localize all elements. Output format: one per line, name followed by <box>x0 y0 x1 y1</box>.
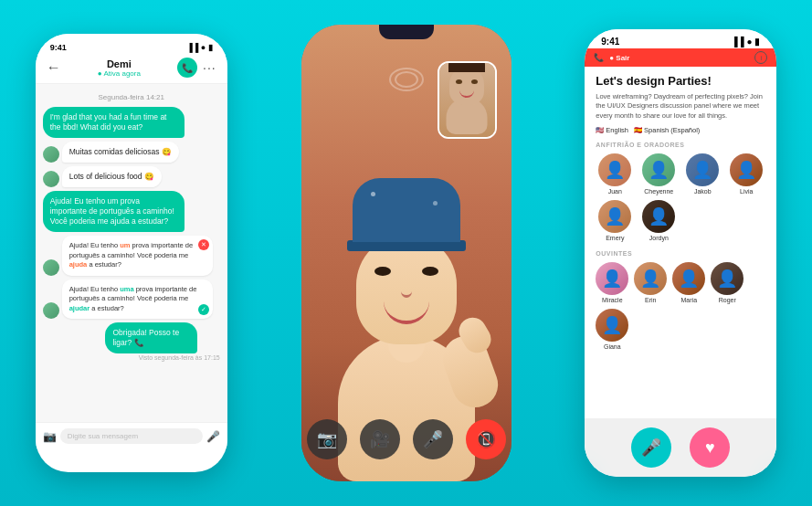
face-juan: 👤 <box>598 153 631 186</box>
mic-action-icon: 🎤 <box>641 437 661 458</box>
sair-button[interactable]: ● Sair <box>609 54 629 62</box>
avatar-miracle: 👤 <box>596 262 628 295</box>
avatar-giana: 👤 <box>596 309 628 342</box>
name-livia: Livia <box>740 188 753 195</box>
video-icon: 🎥 <box>370 429 390 449</box>
chat-input-bar: 📷 Digite sua mensagem 🎤 <box>36 422 227 449</box>
audio-content: Let's design Parties! Love wireframing? … <box>585 67 776 459</box>
name-giana: Giana <box>604 343 621 350</box>
name-jordyn: Jordyn <box>649 235 669 241</box>
listener-erin: 👤 Erin <box>634 262 667 303</box>
contact-avatar-1 <box>43 146 59 163</box>
contact-status: ● Ativa agora <box>67 69 172 78</box>
more-options-button[interactable]: ··· <box>203 60 216 75</box>
face-jordyn: 👤 <box>642 200 675 233</box>
head <box>356 235 457 344</box>
video-pip <box>438 61 497 139</box>
pip-hair <box>448 61 485 72</box>
end-call-icon: 📵 <box>476 429 496 449</box>
smile <box>384 301 429 324</box>
message-out-3: Obrigada! Posso te ligar? 📞 Visto segund… <box>105 322 219 361</box>
name-emery: Emery <box>606 235 624 241</box>
listener-miracle: 👤 Miracle <box>596 262 628 303</box>
chat-header-center: Demi ● Ativa agora <box>67 58 172 78</box>
avatar-jordyn: 👤 <box>642 200 675 233</box>
message-in-row-1: Muitas comidas deliciosas 😋 <box>43 142 220 163</box>
audio-notch <box>653 29 708 44</box>
avatar-cheyenne: 👤 <box>642 153 675 186</box>
video-phone: 📷 🎥 🎤 📵 <box>301 25 511 481</box>
speaker-cheyenne: 👤 Cheyenne <box>639 153 678 195</box>
end-call-button[interactable]: 📵 <box>466 419 506 459</box>
speaker-emery: 👤 Emery <box>596 200 634 241</box>
mic-action-button[interactable]: 🎤 <box>631 427 671 468</box>
speaker-jakob: 👤 Jakob <box>683 153 722 195</box>
correction-x-icon: ✕ <box>198 239 209 250</box>
speakers-grid: 👤 Juan 👤 Cheyenne 👤 Jakob 👤 Livia 👤 <box>596 153 765 241</box>
speaker-jordyn: 👤 Jordyn <box>639 200 678 241</box>
call-indicator-bar: 📞 ● Sair i <box>585 48 776 67</box>
name-maria: Maria <box>681 297 698 303</box>
correction-row-2: Ajuda! Eu tenho uma prova importante de … <box>43 279 220 320</box>
chat-header: ← Demi ● Ativa agora 📞 ··· <box>36 54 227 84</box>
video-controls: 📷 🎥 🎤 📵 <box>301 419 511 459</box>
name-jakob: Jakob <box>694 188 712 195</box>
listener-giana: 👤 Giana <box>596 309 628 350</box>
right-eye <box>422 267 438 276</box>
camera-icon[interactable]: 📷 <box>43 430 57 443</box>
video-panel: 📷 🎥 🎤 📵 <box>262 0 549 506</box>
notch <box>104 34 159 48</box>
face-jakob: 👤 <box>686 153 719 186</box>
hat-dot-2 <box>433 201 438 206</box>
back-icon[interactable]: ← <box>47 59 61 76</box>
audio-status-time: 9:41 <box>601 37 619 47</box>
contact-avatar-4 <box>43 302 59 319</box>
status-icons: ▐▐ ● ▮ <box>187 43 213 52</box>
pip-smile <box>459 90 474 98</box>
message-bubble-out-1: I'm glad that you had a fun time at the … <box>43 107 185 138</box>
message-input[interactable]: Digite sua mensagem <box>60 428 203 444</box>
listener-roger: 👤 Roger <box>711 262 743 303</box>
message-bubble-in-1: Muitas comidas deliciosas 😋 <box>62 142 179 163</box>
chat-icon-overlay <box>384 61 429 101</box>
message-bubble-in-2: Lots of delicious food 😋 <box>62 166 162 187</box>
message-in-row-2: Lots of delicious food 😋 <box>43 166 220 187</box>
face-maria: 👤 <box>672 262 705 295</box>
contact-avatar-3 <box>43 259 59 276</box>
phone-icon-red: 📞 <box>594 53 604 62</box>
video-toggle-button[interactable]: 🎥 <box>360 419 400 459</box>
audio-status-icons: ▐▐ ● ▮ <box>732 37 761 47</box>
face-giana: 👤 <box>596 309 628 342</box>
bottom-action-bar: 🎤 ♥ <box>585 418 776 477</box>
mic-icon[interactable]: 🎤 <box>206 430 220 443</box>
pip-video <box>439 63 495 137</box>
name-erin: Erin <box>645 297 656 303</box>
pip-head <box>449 67 484 105</box>
hat-dot-1 <box>371 192 375 196</box>
message-out-1: I'm glad that you had a fun time at the … <box>43 107 220 138</box>
call-button[interactable]: 📞 <box>177 58 197 78</box>
heart-icon: ♥ <box>705 438 715 458</box>
speaker-livia: 👤 Livia <box>727 153 765 195</box>
message-out-2: Ajuda! Eu tenho um prova importante de p… <box>43 191 220 232</box>
avatar-jakob: 👤 <box>686 153 719 186</box>
pip-eye-right <box>471 79 478 84</box>
avatar-maria: 👤 <box>672 262 705 295</box>
svg-point-1 <box>395 72 417 87</box>
hosts-section-label: ANFITRIÃO E ORADORES <box>596 142 765 148</box>
avatar-livia: 👤 <box>730 153 763 186</box>
highlight-wrong-2: ajuda <box>69 260 88 269</box>
audio-phone: 9:41 ▐▐ ● ▮ 📞 ● Sair i Let's design Part… <box>585 29 776 477</box>
camera-toggle-button[interactable]: 📷 <box>307 419 347 459</box>
highlight-wrong-1: um <box>120 241 130 249</box>
message-bubble-out-2: Ajuda! Eu tenho um prova importante de p… <box>43 191 185 232</box>
mic-toggle-button[interactable]: 🎤 <box>413 419 453 459</box>
video-notch <box>379 25 434 39</box>
heart-action-button[interactable]: ♥ <box>690 427 730 468</box>
correction-row-1: Ajuda! Eu tenho um prova importante de p… <box>43 236 220 276</box>
highlight-correct-1: uma <box>120 285 133 293</box>
highlight-correct-2: ajudar <box>69 304 90 312</box>
info-button[interactable]: i <box>754 51 767 64</box>
camera-icon-video: 📷 <box>317 429 337 449</box>
message-timestamp: Visto segunda-feira às 17:15 <box>105 354 219 361</box>
